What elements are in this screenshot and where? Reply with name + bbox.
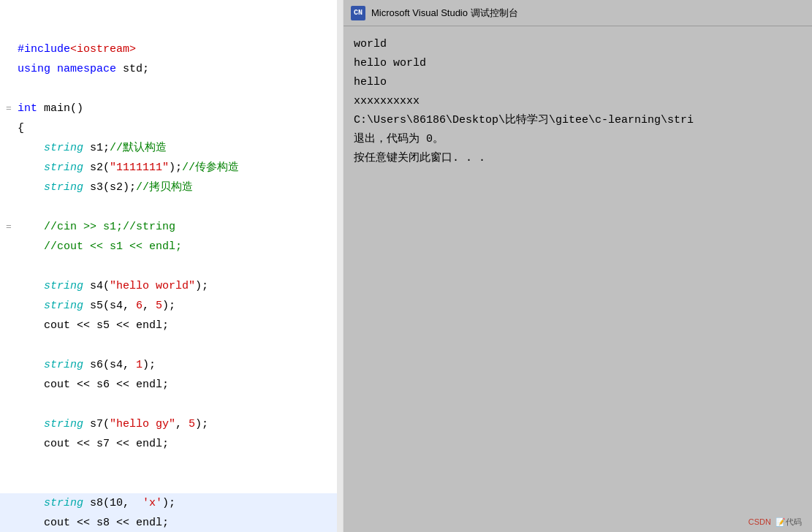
console-line: world (354, 35, 802, 54)
code-line: = //cin >> s1;//string (0, 217, 343, 237)
line-content: string s4("hello world"); (15, 276, 343, 296)
line-content: string s7("hello gy", 5); (15, 414, 343, 434)
code-line (0, 197, 343, 217)
line-content: cout << s8 << endl; (15, 513, 343, 532)
line-content: int main() (15, 99, 343, 118)
code-line: string s3(s2);//拷贝构造 (0, 178, 343, 197)
line-content: //cin >> s1;//string (15, 217, 343, 237)
code-line: //cout << s1 << endl; (0, 237, 343, 256)
line-content: { (15, 118, 343, 138)
code-content: #include<iostream>using namespace std; =… (0, 0, 343, 532)
code-line: cout << s6 << endl; (0, 375, 343, 395)
console-line: 按任意键关闭此窗口. . . (354, 149, 802, 168)
line-content: cout << s5 << endl; (15, 316, 343, 335)
console-title: Microsoft Visual Studio 调试控制台 (371, 7, 518, 20)
code-line: string s4("hello world"); (0, 276, 343, 296)
line-content: cout << s7 << endl; (15, 434, 343, 454)
code-line: cout << s8 << endl; (0, 513, 343, 532)
code-line: cout << s7 << endl; (0, 434, 343, 454)
line-content (15, 79, 343, 99)
line-marker: = (6, 99, 15, 118)
footer-text: 📝代码 (775, 517, 802, 528)
console-icon: CN (351, 6, 365, 20)
scrollbar[interactable] (337, 0, 343, 532)
line-content: string s3(s2);//拷贝构造 (15, 178, 343, 197)
code-line: string s2("1111111");//传参构造 (0, 158, 343, 178)
code-line: string s1;//默认构造 (0, 138, 343, 158)
line-content (15, 335, 343, 355)
line-content: cout << s6 << endl; (15, 375, 343, 395)
code-line: string s6(s4, 1); (0, 355, 343, 375)
code-line: { (0, 118, 343, 138)
code-panel: #include<iostream>using namespace std; =… (0, 0, 344, 532)
console-body: worldhello worldhelloxxxxxxxxxxC:\Users\… (344, 26, 812, 512)
line-content: string s1;//默认构造 (15, 138, 343, 158)
console-line: xxxxxxxxxx (354, 92, 802, 111)
line-marker: = (6, 217, 15, 237)
code-line (0, 395, 343, 414)
footer-brand: CSDN (748, 517, 771, 526)
line-content: #include<iostream> (15, 39, 343, 59)
line-content: //cout << s1 << endl; (15, 237, 343, 256)
line-content: using namespace std; (15, 59, 343, 79)
console-icon-text: CN (354, 9, 363, 17)
console-line: 退出，代码为 0。 (354, 130, 802, 149)
code-line (0, 474, 343, 493)
code-line (0, 454, 343, 474)
code-line (0, 256, 343, 276)
code-line: cout << s5 << endl; (0, 316, 343, 335)
line-content (15, 256, 343, 276)
code-line (0, 79, 343, 99)
console-panel: CN Microsoft Visual Studio 调试控制台 worldhe… (344, 0, 812, 532)
line-content: string s5(s4, 6, 5); (15, 296, 343, 316)
line-content (15, 474, 343, 493)
line-content (15, 197, 343, 217)
line-content: string s2("1111111");//传参构造 (15, 158, 343, 178)
line-content: string s8(10, 'x'); (15, 493, 343, 513)
line-content (15, 395, 343, 414)
console-titlebar: CN Microsoft Visual Studio 调试控制台 (344, 0, 812, 26)
console-footer: CSDN 📝代码 (344, 512, 812, 532)
console-line: hello (354, 73, 802, 92)
code-line: #include<iostream> (0, 39, 343, 59)
line-content: string s6(s4, 1); (15, 355, 343, 375)
code-line: string s8(10, 'x'); (0, 493, 343, 513)
code-line: =int main() (0, 99, 343, 118)
console-line: hello world (354, 54, 802, 73)
code-line: using namespace std; (0, 59, 343, 79)
code-line: string s5(s4, 6, 5); (0, 296, 343, 316)
console-line: C:\Users\86186\Desktop\比特学习\gitee\c-lear… (354, 111, 802, 130)
line-content (15, 454, 343, 474)
code-line: string s7("hello gy", 5); (0, 414, 343, 434)
code-line (0, 335, 343, 355)
